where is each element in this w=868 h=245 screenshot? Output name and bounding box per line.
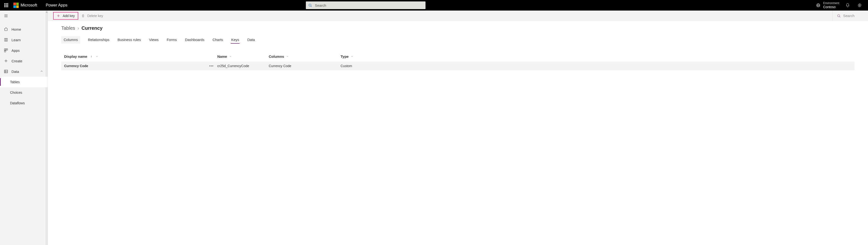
col-header-type[interactable]: Type: [341, 54, 852, 58]
col-header-columns[interactable]: Columns: [269, 54, 341, 58]
command-search-input[interactable]: [843, 13, 862, 18]
sidebar-item-label: Apps: [11, 48, 20, 53]
col-header-label: Type: [341, 54, 349, 58]
scroll-up-icon: [45, 11, 48, 13]
cell-type: Custom: [341, 64, 852, 68]
sidebar-item-choices[interactable]: Choices: [0, 87, 48, 98]
tab-charts[interactable]: Charts: [212, 36, 223, 44]
trash-icon: [81, 14, 85, 18]
sidebar-item-label: Home: [11, 27, 21, 31]
book-icon: [4, 38, 8, 42]
gear-icon: [858, 3, 862, 7]
keys-table: Display name ↑ Name Columns Type: [61, 51, 855, 70]
nav-toggle[interactable]: [0, 10, 48, 21]
content-area: Add key Delete key Tables › Currency Col…: [48, 10, 868, 245]
breadcrumb-separator-icon: ›: [78, 25, 79, 31]
data-grid-icon: [4, 69, 8, 74]
svg-rect-10: [6, 49, 8, 50]
cell-name: cr25d_CurrencyCode: [217, 64, 269, 68]
chevron-down-icon: [350, 55, 353, 58]
sidebar-item-label: Create: [11, 59, 22, 63]
side-nav: Home Learn Apps Create Data: [0, 10, 48, 245]
sort-ascending-icon: ↑: [91, 55, 92, 58]
row-context-menu[interactable]: [205, 65, 217, 66]
cell-display-name: Currency Code: [64, 64, 205, 68]
chevron-down-icon: [229, 55, 232, 58]
hamburger-icon: [4, 13, 8, 18]
environment-picker[interactable]: Environment Contoso: [816, 1, 839, 9]
breadcrumb: Tables › Currency: [61, 25, 855, 31]
global-search-input[interactable]: [315, 3, 423, 7]
chevron-up-icon: [40, 70, 43, 74]
environment-label: Environment: [823, 1, 839, 5]
entity-tabs: Columns Relationships Business rules Vie…: [61, 36, 855, 44]
tab-keys[interactable]: Keys: [231, 36, 240, 44]
apps-icon: [4, 48, 8, 53]
col-header-name[interactable]: Name: [217, 54, 269, 58]
table-header-row: Display name ↑ Name Columns Type: [61, 51, 855, 62]
app-launcher-waffle[interactable]: [2, 1, 10, 9]
svg-rect-11: [4, 51, 6, 52]
col-header-label: Name: [217, 54, 227, 58]
chevron-down-icon: [95, 55, 98, 58]
top-header: Microsoft Power Apps Environment Contoso: [0, 0, 868, 10]
microsoft-brand[interactable]: Microsoft: [13, 3, 37, 8]
add-key-button[interactable]: Add key: [54, 12, 78, 19]
tab-data[interactable]: Data: [247, 36, 255, 44]
table-row[interactable]: Currency Code cr25d_CurrencyCode Currenc…: [61, 62, 855, 70]
svg-point-22: [838, 15, 840, 17]
microsoft-logo-icon: [13, 3, 19, 8]
svg-point-24: [210, 66, 210, 66]
col-header-label: Display name: [64, 54, 87, 58]
cell-columns: Currency Code: [269, 64, 341, 68]
sidebar-item-learn[interactable]: Learn: [0, 34, 48, 45]
search-icon: [837, 14, 841, 18]
sidebar-item-tables[interactable]: Tables: [0, 77, 48, 87]
bell-icon: [845, 3, 850, 7]
svg-point-5: [859, 5, 860, 6]
sidebar-item-apps[interactable]: Apps: [0, 45, 48, 56]
sidebar-item-label: Learn: [11, 38, 21, 42]
svg-rect-9: [4, 49, 6, 50]
tab-views[interactable]: Views: [149, 36, 159, 44]
sidebar-item-label: Dataflows: [10, 101, 25, 105]
search-icon: [308, 3, 312, 7]
col-header-display-name[interactable]: Display name ↑: [64, 54, 217, 58]
sidebar-item-create[interactable]: Create: [0, 56, 48, 66]
sidebar-item-label: Choices: [10, 91, 22, 94]
breadcrumb-current: Currency: [81, 25, 102, 31]
command-search[interactable]: [832, 10, 862, 21]
sidebar-item-data[interactable]: Data: [0, 66, 48, 77]
sidebar-item-dataflows[interactable]: Dataflows: [0, 98, 48, 108]
tab-forms[interactable]: Forms: [166, 36, 178, 44]
tab-columns[interactable]: Columns: [61, 36, 80, 44]
notifications-button[interactable]: [844, 2, 851, 9]
sidebar-item-label: Tables: [10, 80, 20, 84]
breadcrumb-parent[interactable]: Tables: [61, 25, 75, 31]
add-key-label: Add key: [63, 14, 75, 18]
col-header-label: Columns: [269, 54, 284, 58]
settings-button[interactable]: [856, 2, 863, 9]
ellipsis-icon: [209, 65, 213, 66]
chevron-down-icon: [286, 55, 289, 58]
tab-dashboards[interactable]: Dashboards: [185, 36, 205, 44]
tab-relationships[interactable]: Relationships: [87, 36, 110, 44]
sidebar-item-label: Data: [11, 70, 19, 74]
plus-icon: [57, 14, 60, 18]
waffle-icon: [4, 3, 8, 7]
svg-point-26: [213, 66, 213, 66]
svg-rect-14: [4, 70, 8, 73]
app-title[interactable]: Power Apps: [46, 3, 67, 8]
svg-line-1: [311, 6, 312, 7]
brand-label: Microsoft: [21, 3, 37, 8]
global-search[interactable]: [306, 1, 426, 9]
home-icon: [4, 27, 8, 31]
delete-key-label: Delete key: [87, 14, 103, 18]
delete-key-button[interactable]: Delete key: [79, 13, 105, 19]
svg-line-23: [839, 17, 840, 17]
command-bar: Add key Delete key: [48, 10, 868, 21]
globe-icon: [816, 3, 820, 7]
tab-business-rules[interactable]: Business rules: [117, 36, 142, 44]
svg-point-25: [211, 66, 212, 66]
sidebar-item-home[interactable]: Home: [0, 24, 48, 34]
